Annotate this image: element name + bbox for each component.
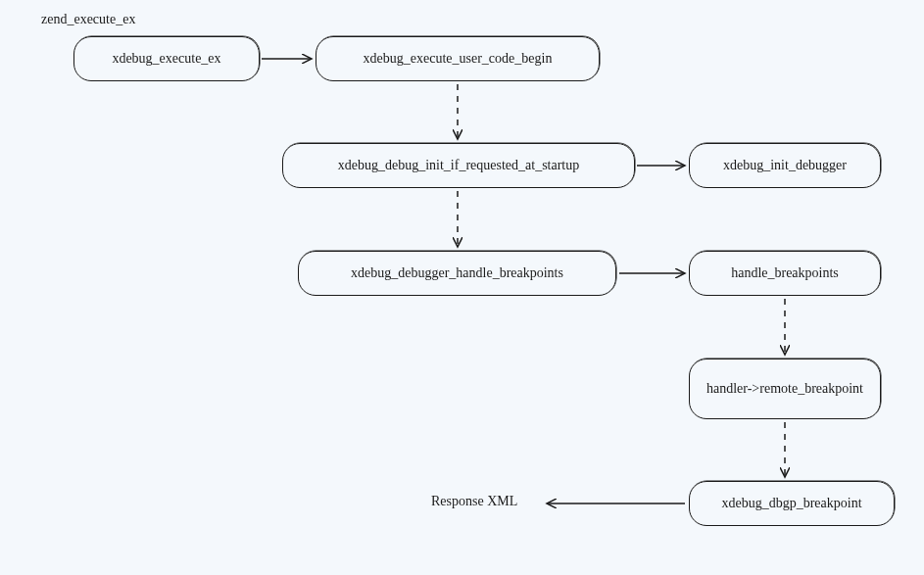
node-xdebug-debug-init-if-requested: xdebug_debug_init_if_requested_at_startu… [282,143,635,188]
response-xml-label: Response XML [431,494,517,509]
node-handler-remote-breakpoint: handler->remote_breakpoint [689,359,881,419]
node-handle-breakpoints: handle_breakpoints [689,251,881,296]
node-xdebug-debugger-handle-breakpoints: xdebug_debugger_handle_breakpoints [298,251,616,296]
node-xdebug-init-debugger: xdebug_init_debugger [689,143,881,188]
node-xdebug-dbgp-breakpoint: xdebug_dbgp_breakpoint [689,481,895,526]
node-xdebug-execute-user-code-begin: xdebug_execute_user_code_begin [316,36,600,81]
diagram-title: zend_execute_ex [41,12,135,27]
node-xdebug-execute-ex: xdebug_execute_ex [73,36,260,81]
